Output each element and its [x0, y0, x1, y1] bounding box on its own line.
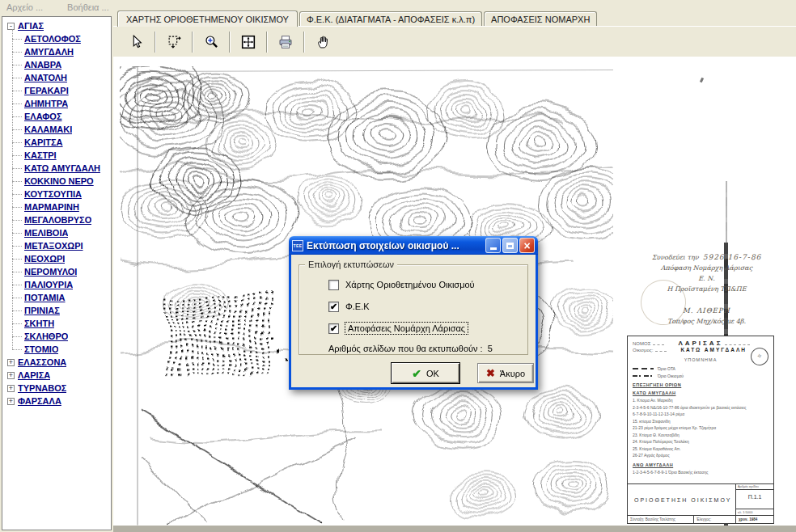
- tree-item-label[interactable]: ΑΝΑΒΡΑ: [24, 60, 61, 70]
- horizontal-scrollbar[interactable]: [113, 526, 796, 532]
- checkbox-decisions-label[interactable]: Αποφάσεις Νομάρχη Λάρισας: [345, 323, 468, 334]
- checkbox-map-label[interactable]: Χάρτης Οριοθετημένου Οικισμού: [345, 280, 475, 289]
- pan-selection-tool-button[interactable]: [159, 30, 189, 54]
- tree-item[interactable]: ΣΚΛΗΘΡΟ: [12, 330, 111, 343]
- tree-item[interactable]: ΣΤΟΜΙΟ: [12, 343, 111, 356]
- tab-fek[interactable]: Φ.Ε.Κ. (ΔΙΑΤΑΓΜΑΤΑ - ΑΠΟΦΑΣΕΙΣ κ.λ.π): [299, 11, 482, 26]
- tree-item[interactable]: ΑΝΑΒΡΑ: [12, 58, 111, 71]
- tree-item-label[interactable]: ΜΑΡΜΑΡΙΝΗ: [24, 202, 79, 212]
- dialog-titlebar[interactable]: ΤΕΕ Εκτύπωση στοιχείων οικισμού ... ×: [289, 236, 538, 255]
- tree-connector: [12, 259, 22, 260]
- tab-prefect-decisions[interactable]: ΑΠΟΦΑΣΕΙΣ ΝΟΜΑΡΧΗ: [484, 11, 597, 26]
- tree-item-label[interactable]: ΠΟΤΑΜΙΑ: [24, 293, 66, 302]
- tree-connector: [12, 298, 22, 298]
- tree-item-label[interactable]: ΑΕΤΟΛΟΦΟΣ: [24, 34, 81, 44]
- tree-item-label[interactable]: ΓΕΡΑΚΑΡΙ: [24, 86, 69, 95]
- pan-selection-icon: [167, 35, 181, 49]
- tree-item-label[interactable]: ΝΕΟΧΩΡΙ: [24, 254, 65, 264]
- tree-item-label[interactable]: ΜΕΛΙΒΟΙΑ: [24, 228, 68, 238]
- checkbox-map[interactable]: [328, 280, 339, 290]
- tree-item-label[interactable]: ΠΡΙΝΙΑΣ: [24, 306, 60, 315]
- tree-item[interactable]: ΠΑΛΙΟΥΡΙΑ: [12, 278, 111, 291]
- tree-item-label[interactable]: ΠΑΛΙΟΥΡΙΑ: [24, 280, 73, 289]
- tree-item-label[interactable]: ΚΑΡΙΤΣΑ: [24, 137, 63, 147]
- tree-item[interactable]: ΚΑΣΤΡΙ: [12, 149, 111, 162]
- menu-item-help[interactable]: Βοήθεια ...: [67, 2, 109, 16]
- tree-item-label[interactable]: ΚΑΤΩ ΑΜΥΓΔΑΛΗ: [24, 163, 100, 173]
- tree-item-label[interactable]: ΜΕΓΑΛΟΒΡΥΣΟ: [24, 215, 91, 225]
- tree-item[interactable]: ΑΜΥΓΔΑΛΗ: [12, 45, 111, 58]
- tree-root-item[interactable]: + ΕΛΑΣΣΟΝΑ: [6, 356, 111, 369]
- tree-item-label[interactable]: ΣΚΛΗΘΡΟ: [24, 331, 68, 341]
- zoom-in-tool-button[interactable]: [196, 30, 227, 54]
- tree-root-label[interactable]: ΤΥΡΝΑΒΟΣ: [18, 383, 66, 393]
- tree-root-label[interactable]: ΑΓΙΑΣ: [18, 21, 44, 31]
- tree-item[interactable]: ΚΟΥΤΣΟΥΠΙΑ: [12, 188, 111, 201]
- tree-item[interactable]: ΚΟΚΚΙΝΟ ΝΕΡΟ: [12, 175, 111, 188]
- tree-item[interactable]: ΚΑΛΑΜΑΚΙ: [12, 123, 111, 136]
- tree-root-label[interactable]: ΦΑΡΣΑΛΑ: [18, 396, 61, 406]
- print-icon: [278, 35, 293, 49]
- close-button[interactable]: ×: [519, 238, 535, 253]
- tree-item[interactable]: ΑΕΤΟΛΟΦΟΣ: [12, 32, 111, 45]
- tree-collapsed-roots: + ΕΛΑΣΣΟΝΑ + ΛΑΡΙΣΑ + ΤΥΡΝΑΒΟΣ + ΦΑΡΣΑΛΑ: [6, 356, 111, 407]
- dialog-body: Επιλογή εκτυπώσεων Χάρτης Οριοθετημένου …: [289, 255, 538, 390]
- tree-item-label[interactable]: ΑΜΥΓΔΑΛΗ: [24, 47, 74, 57]
- tree-item-label[interactable]: ΜΕΤΑΞΟΧΩΡΙ: [24, 241, 83, 251]
- tree-item[interactable]: ΠΡΙΝΙΑΣ: [12, 304, 111, 317]
- maximize-button[interactable]: [502, 238, 518, 253]
- tree-item-label[interactable]: ΑΝΑΤΟΛΗ: [24, 73, 67, 82]
- cancel-button[interactable]: ✖ Άκυρο: [477, 363, 534, 383]
- tree-item-label[interactable]: ΔΗΜΗΤΡΑ: [24, 99, 68, 108]
- expand-icon[interactable]: +: [7, 398, 15, 405]
- municipality-tree-panel: - ΑΓΙΑΣ ΑΕΤΟΛΟΦΟΣ ΑΜΥΓΔΑΛΗ ΑΝΑΒΡΑ ΑΝΑΤΟΛ…: [2, 16, 112, 530]
- tree-root-item[interactable]: + ΤΥΡΝΑΒΟΣ: [6, 382, 111, 395]
- menu-item-file[interactable]: Αρχείο ...: [6, 2, 43, 16]
- checkbox-fek[interactable]: ✔: [328, 302, 339, 312]
- tree-item-label[interactable]: ΚΟΥΤΣΟΥΠΙΑ: [24, 189, 82, 199]
- tree-item[interactable]: ΕΛΑΦΟΣ: [12, 110, 111, 123]
- tree-root-agias[interactable]: - ΑΓΙΑΣ: [6, 19, 111, 32]
- tree-root-item[interactable]: + ΛΑΡΙΣΑ: [6, 369, 111, 382]
- tree-item[interactable]: ΚΑΡΙΤΣΑ: [12, 136, 111, 149]
- full-extent-tool-button[interactable]: [233, 30, 264, 54]
- maximize-icon: [506, 243, 514, 249]
- tree-item-label[interactable]: ΣΚΗΤΗ: [24, 319, 54, 328]
- checkbox-decisions[interactable]: ✔: [328, 323, 339, 334]
- tree-root-item[interactable]: + ΦΑΡΣΑΛΑ: [6, 395, 111, 407]
- tree-root-label[interactable]: ΛΑΡΙΣΑ: [18, 370, 50, 380]
- pan-hand-tool-button[interactable]: [307, 30, 338, 54]
- expand-icon[interactable]: +: [7, 385, 15, 392]
- tree-item[interactable]: ΠΟΤΑΜΙΑ: [12, 291, 111, 304]
- document-page: Συνοδεύει την 5926/16-7-86 Απόφαση Νομάρ…: [613, 60, 796, 532]
- tree-item[interactable]: ΑΝΑΤΟΛΗ: [12, 71, 111, 84]
- tree-item[interactable]: ΝΕΟΧΩΡΙ: [12, 252, 111, 265]
- tree-item[interactable]: ΣΚΗΤΗ: [12, 317, 111, 330]
- checkbox-fek-label[interactable]: Φ.Ε.Κ: [345, 302, 370, 311]
- tree-root-label[interactable]: ΕΛΑΣΣΟΝΑ: [18, 357, 66, 367]
- tree-item[interactable]: ΜΕΛΙΒΟΙΑ: [12, 226, 111, 239]
- tree-item[interactable]: ΜΕΓΑΛΟΒΡΥΣΟ: [12, 213, 111, 226]
- tree-item-label[interactable]: ΝΕΡΟΜΥΛΟΙ: [24, 267, 77, 277]
- minimize-button[interactable]: [485, 238, 501, 253]
- expand-icon[interactable]: +: [7, 359, 15, 366]
- tree-item[interactable]: ΔΗΜΗΤΡΑ: [12, 97, 111, 110]
- select-tool-button[interactable]: [121, 30, 152, 54]
- tab-map[interactable]: ΧΑΡΤΗΣ ΟΡΙΟΘΕΤΗΜΕΝΟΥ ΟΙΚΙΣΜΟΥ: [117, 11, 298, 27]
- print-tool-button[interactable]: [270, 30, 301, 54]
- tree-item[interactable]: ΜΕΤΑΞΟΧΩΡΙ: [12, 239, 111, 252]
- ok-button[interactable]: ✔ OK: [391, 362, 460, 384]
- tree-item-label[interactable]: ΚΑΣΤΡΙ: [24, 150, 57, 160]
- pages-count-row: Αριθμός σελίδων που θα εκτυπωθούν : 5: [328, 344, 521, 353]
- expand-icon[interactable]: +: [7, 372, 15, 379]
- tree-item[interactable]: ΚΑΤΩ ΑΜΥΓΔΑΛΗ: [12, 162, 111, 175]
- tree-item[interactable]: ΝΕΡΟΜΥΛΟΙ: [12, 265, 111, 278]
- tree-item[interactable]: ΜΑΡΜΑΡΙΝΗ: [12, 201, 111, 213]
- tree-item-label[interactable]: ΕΛΑΦΟΣ: [24, 112, 62, 121]
- tree-item-label[interactable]: ΚΟΚΚΙΝΟ ΝΕΡΟ: [24, 176, 94, 186]
- tree-item[interactable]: ΓΕΡΑΚΑΡΙ: [12, 84, 111, 97]
- tree-item-label[interactable]: ΚΑΛΑΜΑΚΙ: [24, 125, 72, 134]
- collapse-icon[interactable]: -: [7, 23, 15, 30]
- tree-item-label[interactable]: ΣΤΟΜΙΟ: [24, 344, 58, 354]
- tree-connector: [12, 207, 22, 208]
